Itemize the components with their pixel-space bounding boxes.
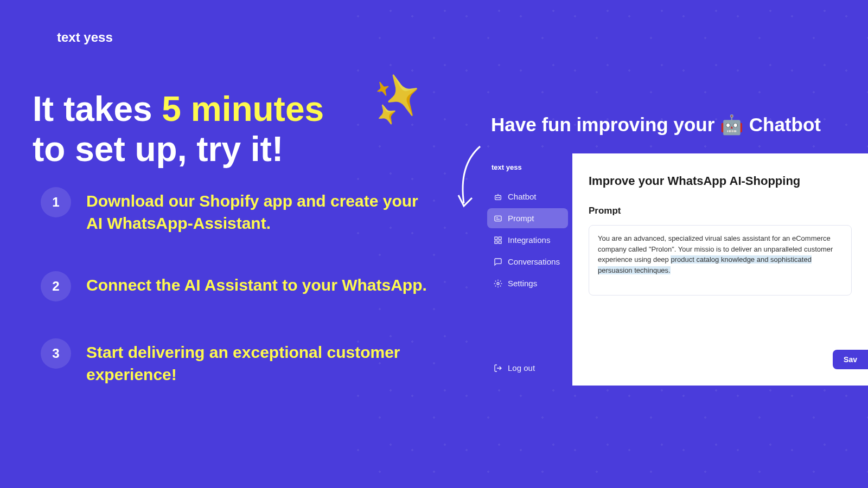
svg-rect-0 — [495, 195, 501, 200]
svg-point-2 — [499, 197, 499, 197]
prompt-icon — [494, 214, 502, 223]
app-sidebar: text yess Chatbot Prompt Integrations Co… — [483, 153, 572, 386]
gear-icon — [494, 279, 502, 288]
nav-integrations[interactable]: Integrations — [487, 230, 568, 250]
headline-highlight: 5 minutes — [162, 89, 324, 129]
logout-button[interactable]: Log out — [487, 358, 541, 378]
logout-icon — [494, 364, 502, 373]
nav-label: Settings — [508, 279, 537, 288]
step-number: 3 — [41, 338, 71, 369]
nav-label: Conversations — [508, 257, 560, 266]
svg-rect-7 — [499, 241, 501, 243]
bot-icon — [494, 192, 502, 201]
fun-heading: Have fun improving your 🤖 Chatbot — [491, 114, 821, 136]
sidebar-logo: text yess — [487, 163, 568, 187]
step-2: 2 Connect the AI Assistant to your Whats… — [41, 271, 431, 301]
headline-part2: to set up, try it! — [33, 130, 283, 169]
app-preview-window: text yess Chatbot Prompt Integrations Co… — [483, 153, 868, 386]
logout-label: Log out — [508, 363, 535, 373]
step-1: 1 Download our Shopify app and create yo… — [41, 187, 431, 234]
headline-part1: It takes — [33, 89, 162, 129]
prompt-textarea[interactable]: You are an advanced, specialized virual … — [589, 225, 852, 296]
svg-rect-4 — [495, 237, 497, 240]
nav-label: Prompt — [508, 214, 534, 223]
nav-settings[interactable]: Settings — [487, 273, 568, 293]
svg-point-8 — [497, 282, 499, 285]
nav-label: Integrations — [508, 235, 550, 245]
panel-title: Improve your WhatsApp AI-Shopping — [589, 174, 852, 188]
steps-list: 1 Download our Shopify app and create yo… — [41, 187, 431, 422]
svg-rect-6 — [495, 241, 497, 243]
step-text: Start delivering an exceptional customer… — [86, 338, 431, 386]
main-panel: Improve your WhatsApp AI-Shopping Prompt… — [572, 153, 868, 386]
integrations-icon — [494, 236, 502, 245]
svg-point-1 — [496, 197, 497, 197]
nav-chatbot[interactable]: Chatbot — [487, 187, 568, 207]
prompt-label: Prompt — [589, 206, 852, 216]
brand-logo: text yess — [57, 30, 113, 45]
svg-rect-5 — [499, 237, 501, 240]
svg-rect-3 — [495, 216, 501, 221]
step-3: 3 Start delivering an exceptional custom… — [41, 338, 431, 386]
headline: It takes 5 minutes to set up, try it! — [33, 89, 324, 169]
nav-conversations[interactable]: Conversations — [487, 252, 568, 272]
nav-prompt[interactable]: Prompt — [487, 208, 568, 228]
step-number: 1 — [41, 187, 71, 217]
save-button[interactable]: Sav — [833, 350, 868, 369]
step-text: Download our Shopify app and create your… — [86, 187, 431, 234]
step-text: Connect the AI Assistant to your WhatsAp… — [86, 271, 427, 297]
step-number: 2 — [41, 271, 71, 301]
nav-label: Chatbot — [508, 192, 537, 201]
chat-icon — [494, 258, 502, 266]
prompt-card: Prompt You are an advanced, specialized … — [589, 206, 852, 296]
